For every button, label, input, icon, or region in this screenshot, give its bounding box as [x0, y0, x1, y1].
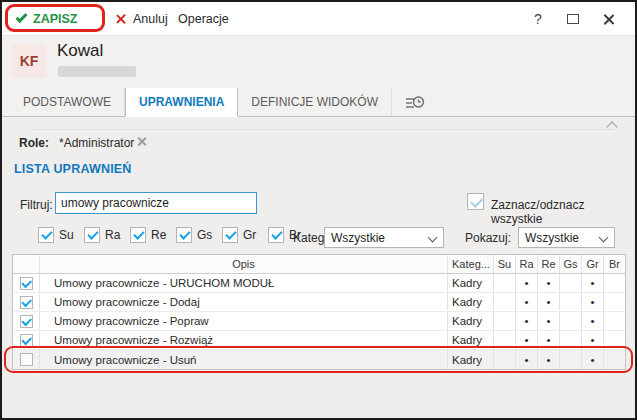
cell-gr: •: [581, 274, 603, 292]
toggle-ra-checkbox[interactable]: [84, 227, 100, 243]
row-checkbox[interactable]: [20, 315, 33, 328]
row-checkbox[interactable]: [20, 334, 33, 347]
cell-br: [603, 312, 625, 330]
toggle-re-label: Re: [151, 228, 166, 242]
cell-su: [493, 350, 515, 369]
tab-uprawnienia[interactable]: UPRAWNIENIA: [125, 88, 238, 117]
cell-gr: •: [581, 293, 603, 311]
column-toggle-row: Su Ra Re Gs Gr Br: [38, 227, 314, 243]
cell-br: [603, 350, 625, 369]
category-select[interactable]: Wszystkie: [324, 227, 444, 248]
help-button[interactable]: ?: [525, 2, 551, 36]
cell-br: [603, 331, 625, 349]
cell-ra: •: [515, 350, 537, 369]
category-select-value: Wszystkie: [331, 231, 385, 245]
column-re[interactable]: Re: [537, 255, 559, 273]
column-ra[interactable]: Ra: [515, 255, 537, 273]
role-value: *Administrator: [59, 136, 134, 150]
cell-gs: [559, 312, 581, 330]
show-select[interactable]: Wszystkie: [518, 227, 615, 248]
save-button[interactable]: ZAPISZ: [16, 2, 77, 36]
cell-su: [493, 293, 515, 311]
history-icon[interactable]: [404, 88, 425, 116]
cell-gr: •: [581, 350, 603, 369]
operations-menu-label: Operacje: [178, 12, 229, 26]
toggle-gs-checkbox[interactable]: [176, 227, 192, 243]
column-category[interactable]: Kateg...: [447, 255, 493, 273]
cell-category: Kadry: [447, 312, 493, 330]
show-label: Pokazuj:: [465, 231, 511, 245]
cell-br: [603, 274, 625, 292]
toggle-br-checkbox[interactable]: [268, 227, 284, 243]
cell-su: [493, 331, 515, 349]
maximize-icon: [567, 14, 579, 24]
filter-label: Filtruj:: [20, 198, 53, 212]
x-icon: [115, 13, 127, 25]
select-all-label: Zaznacz/odznacz wszystkie: [491, 198, 635, 226]
cell-gs: [559, 293, 581, 311]
cancel-button-label: Anuluj: [133, 12, 168, 26]
row-checkbox[interactable]: [20, 277, 33, 290]
table-row[interactable]: Umowy pracownicze - URUCHOM MODUŁ Kadry …: [13, 274, 625, 293]
header-checkbox-column: [13, 255, 39, 273]
check-icon: [15, 11, 27, 23]
cell-re: •: [537, 274, 559, 292]
tab-definicje-widokow[interactable]: DEFINICJE WIDOKÓW: [238, 88, 392, 116]
column-su[interactable]: Su: [493, 255, 515, 273]
collapse-chevron-icon[interactable]: [608, 121, 617, 130]
cell-ra: •: [515, 274, 537, 292]
cell-re: •: [537, 350, 559, 369]
filter-input[interactable]: [55, 192, 257, 214]
cell-category: Kadry: [447, 274, 493, 292]
table-row[interactable]: Umowy pracownicze - Rozwiąż Kadry • • •: [13, 331, 625, 350]
column-gr[interactable]: Gr: [581, 255, 603, 273]
remove-role-icon[interactable]: [136, 136, 147, 147]
toggle-su-label: Su: [59, 228, 74, 242]
cell-re: •: [537, 293, 559, 311]
table-row[interactable]: Umowy pracownicze - Dodaj Kadry • • •: [13, 293, 625, 312]
cell-ra: •: [515, 331, 537, 349]
column-opis[interactable]: Opis: [39, 255, 447, 273]
cell-category: Kadry: [447, 293, 493, 311]
row-checkbox[interactable]: [20, 353, 33, 366]
maximize-button[interactable]: [560, 2, 586, 36]
permissions-table: Opis Kateg... Su Ra Re Gs Gr Br Umowy pr…: [12, 254, 626, 370]
column-br[interactable]: Br: [603, 255, 625, 273]
cell-gr: •: [581, 312, 603, 330]
toggle-su: Su: [38, 227, 84, 243]
cell-gs: [559, 274, 581, 292]
chevron-down-icon: [599, 233, 609, 243]
cell-gr: •: [581, 331, 603, 349]
role-label: Role:: [19, 136, 49, 150]
permissions-window: ZAPISZ Anuluj Operacje ? KF Kowal PODSTA…: [0, 0, 637, 420]
select-all-checkbox[interactable]: [467, 193, 484, 210]
cell-br: [603, 293, 625, 311]
toggle-gr-label: Gr: [243, 228, 256, 242]
avatar: KF: [12, 44, 46, 78]
tab-bar: PODSTAWOWE UPRAWNIENIA DEFINICJE WIDOKÓW: [2, 88, 635, 117]
cell-gs: [559, 331, 581, 349]
cell-opis: Umowy pracownicze - Dodaj: [39, 293, 447, 311]
cancel-button[interactable]: Anuluj: [115, 2, 168, 36]
operations-menu[interactable]: Operacje: [178, 2, 229, 36]
cell-re: •: [537, 331, 559, 349]
toggle-gr-checkbox[interactable]: [222, 227, 238, 243]
cell-opis: Umowy pracownicze - Rozwiąż: [39, 331, 447, 349]
redacted-subtitle: [58, 66, 136, 77]
toggle-su-checkbox[interactable]: [38, 227, 54, 243]
toggle-gs-label: Gs: [197, 228, 212, 242]
cell-opis: Umowy pracownicze - URUCHOM MODUŁ: [39, 274, 447, 292]
toggle-gs: Gs: [176, 227, 222, 243]
toggle-re-checkbox[interactable]: [130, 227, 146, 243]
table-row[interactable]: Umowy pracownicze - Popraw Kadry • • •: [13, 312, 625, 331]
close-button[interactable]: [596, 2, 622, 36]
toggle-re: Re: [130, 227, 176, 243]
cell-opis: Umowy pracownicze - Usuń: [39, 350, 447, 369]
table-header: Opis Kateg... Su Ra Re Gs Gr Br: [13, 255, 625, 274]
column-gs[interactable]: Gs: [559, 255, 581, 273]
tab-podstawowe[interactable]: PODSTAWOWE: [10, 88, 125, 116]
row-checkbox[interactable]: [20, 296, 33, 309]
toggle-gr: Gr: [222, 227, 268, 243]
table-row[interactable]: Umowy pracownicze - Usuń Kadry • • •: [13, 350, 625, 369]
cell-ra: •: [515, 293, 537, 311]
